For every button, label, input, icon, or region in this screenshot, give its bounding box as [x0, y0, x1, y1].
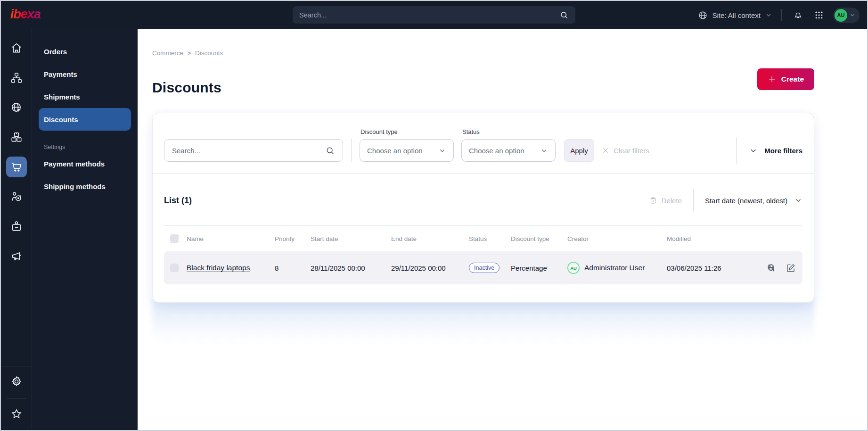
page-title: Discounts — [152, 80, 814, 96]
settings-gear-icon[interactable] — [6, 371, 27, 392]
list-search-input[interactable]: Search... — [164, 139, 343, 162]
delete-button[interactable]: Delete — [649, 196, 682, 205]
preview-disabled-icon[interactable] — [767, 263, 777, 273]
discount-type-label: Discount type — [360, 128, 454, 135]
chevron-down-icon — [749, 146, 758, 155]
sort-select[interactable]: Start date (newest, oldest) — [705, 196, 802, 205]
ibexa-logo: ibexa — [10, 8, 41, 23]
filter-divider — [351, 139, 352, 162]
trash-icon — [649, 196, 657, 205]
global-search-placeholder: Search... — [299, 11, 559, 19]
select-all-checkbox[interactable] — [170, 234, 179, 243]
plus-icon — [768, 75, 776, 83]
chevron-down-icon — [438, 147, 446, 155]
create-button[interactable]: Create — [757, 68, 814, 90]
main-content: Commerce > Discounts Create Discounts — [138, 29, 867, 430]
notifications-bell-icon[interactable] — [791, 8, 805, 22]
rail-divider — [7, 398, 26, 399]
column-header-end-date: End date — [391, 235, 469, 242]
sidebar-item-payments[interactable]: Payments — [39, 63, 131, 85]
sidebar-item-orders[interactable]: Orders — [39, 40, 131, 63]
filter-divider — [736, 137, 737, 164]
sort-select-value: Start date (newest, oldest) — [705, 197, 787, 205]
home-icon[interactable] — [6, 38, 27, 58]
list-head-divider — [693, 190, 694, 211]
column-header-creator: Creator — [567, 235, 667, 242]
icon-rail — [1, 29, 32, 430]
discounts-table: Name Priority Start date End date Status… — [164, 225, 802, 284]
corporate-badge-icon[interactable] — [6, 216, 27, 237]
sidebar-item-label: Payment methods — [44, 160, 105, 168]
creator-avatar: AU — [567, 262, 580, 274]
create-button-label: Create — [781, 75, 804, 83]
site-globe-icon[interactable] — [6, 97, 27, 118]
discount-type-value: Choose an option — [367, 147, 423, 155]
commerce-side-panel: Orders Payments Shipments Discounts Sett… — [32, 29, 138, 430]
more-filters-button[interactable]: More filters — [749, 146, 802, 155]
site-context-label: Site: All context — [712, 11, 761, 19]
sidebar-item-shipments[interactable]: Shipments — [39, 85, 131, 108]
column-header-priority: Priority — [275, 235, 311, 242]
sidebar-item-label: Discounts — [44, 116, 78, 124]
user-avatar: AU — [835, 9, 847, 22]
column-header-start-date: Start date — [311, 235, 391, 242]
chevron-down-icon — [765, 11, 772, 19]
discount-start-date: 28/11/2025 00:00 — [311, 264, 391, 272]
chevron-down-icon — [849, 12, 856, 18]
marketing-megaphone-icon[interactable] — [6, 246, 27, 266]
status-badge: Inactive — [469, 263, 500, 273]
more-filters-label: More filters — [764, 147, 802, 155]
app-grid-icon[interactable] — [812, 8, 826, 22]
discount-name-link[interactable]: Black friday laptops — [187, 264, 250, 272]
rail-divider — [1, 366, 32, 366]
commerce-cart-icon[interactable] — [6, 157, 27, 177]
sidebar-item-payment-methods[interactable]: Payment methods — [39, 152, 131, 175]
discount-end-date: 29/11/2025 00:00 — [391, 264, 469, 272]
globe-icon — [698, 10, 708, 20]
list-title: List (1) — [164, 196, 192, 206]
column-header-status: Status — [469, 235, 511, 242]
column-header-discount-type: Discount type — [511, 235, 567, 242]
topbar: ibexa Search... Site: All context — [1, 1, 867, 29]
sidebar-item-label: Shipments — [44, 93, 80, 101]
personalization-target-icon[interactable] — [6, 186, 27, 207]
list-search-placeholder: Search... — [172, 147, 325, 155]
sidebar-item-label: Payments — [44, 70, 77, 78]
column-header-name: Name — [187, 235, 275, 242]
edit-icon[interactable] — [786, 263, 796, 273]
discount-priority: 8 — [275, 264, 311, 272]
sidebar-item-shipping-methods[interactable]: Shipping methods — [39, 175, 131, 198]
topbar-right: Site: All context AU — [698, 8, 860, 23]
row-checkbox[interactable] — [170, 264, 179, 272]
discount-type-select[interactable]: Choose an option — [360, 139, 454, 162]
topbar-divider — [781, 9, 782, 21]
sidebar-divider — [32, 137, 138, 137]
status-label: Status — [462, 128, 556, 135]
list-section: List (1) Delete Start — [153, 174, 814, 302]
site-context-switcher[interactable]: Site: All context — [698, 10, 772, 20]
content-tree-icon[interactable] — [6, 67, 27, 88]
sidebar-item-label: Shipping methods — [44, 182, 106, 191]
sidebar-item-discounts[interactable]: Discounts — [39, 108, 131, 131]
sidebar-item-label: Orders — [44, 48, 67, 56]
filters-bar: Search... Discount type Choose an option — [153, 113, 814, 174]
user-menu[interactable]: AU — [833, 8, 860, 23]
bookmarks-star-icon[interactable] — [6, 404, 27, 424]
creator-name: Administrator User — [584, 264, 645, 272]
discount-type-value: Percentage — [511, 264, 567, 272]
sidebar-section-label: Settings — [44, 144, 138, 150]
clear-filters-label: Clear filters — [614, 147, 649, 155]
breadcrumb-item-commerce[interactable]: Commerce — [152, 50, 183, 57]
breadcrumb-item-discounts[interactable]: Discounts — [195, 50, 223, 57]
table-row: Black friday laptops 8 28/11/2025 00:00 … — [164, 251, 802, 284]
column-header-modified: Modified — [667, 235, 756, 242]
status-select[interactable]: Choose an option — [461, 139, 556, 162]
chevron-down-icon — [540, 147, 548, 155]
card-glow — [152, 299, 814, 351]
apply-button[interactable]: Apply — [564, 139, 594, 162]
clear-filters-button[interactable]: Clear filters — [602, 139, 649, 162]
breadcrumb-separator: > — [188, 50, 191, 57]
search-icon — [325, 146, 335, 156]
global-search-input[interactable]: Search... — [293, 6, 575, 24]
products-boxes-icon[interactable] — [6, 127, 27, 148]
